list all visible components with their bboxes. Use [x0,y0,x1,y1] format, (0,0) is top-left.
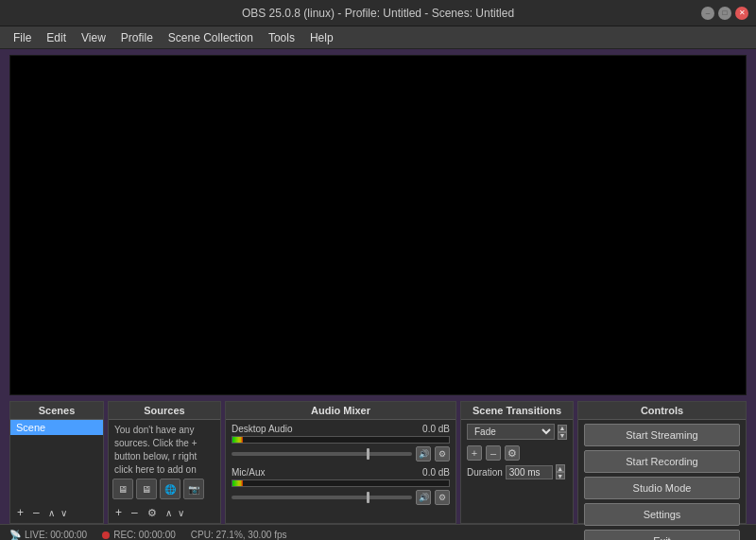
transition-down-arrow[interactable]: ▼ [558,432,567,440]
sources-header: Sources [109,402,220,420]
controls-panel: Controls Start Streaming Start Recording… [577,401,747,524]
scene-up-button[interactable]: ∧ [46,507,57,519]
audio-mixer-header: Audio Mixer [226,402,455,420]
transition-select-row: Fade Cut Swipe Slide ▲ ▼ [467,424,567,440]
source-reorder-buttons: ∧ ∨ [163,507,186,519]
transition-add-button[interactable]: + [467,445,482,461]
scenes-panel: Scenes Scene + – ∧ ∨ [9,401,104,524]
sources-footer: + – ⚙ ∧ ∨ [109,502,220,523]
audio-channel-desktop: Desktop Audio 0.0 dB 🔊 ⚙ [232,424,450,462]
menu-item-scene-collection[interactable]: Scene Collection [161,29,261,46]
rec-status: REC: 00:00:00 [102,530,176,540]
source-up-button[interactable]: ∧ [163,507,174,519]
menu-item-view[interactable]: View [74,29,113,46]
duration-label: Duration [467,467,503,478]
scene-transitions-panel: Scene Transitions Fade Cut Swipe Slide ▲… [460,401,574,524]
desktop-audio-db: 0.0 dB [422,424,450,434]
menu-item-profile[interactable]: Profile [113,29,161,46]
exit-button[interactable]: Exit [584,530,740,540]
desktop-audio-label: Desktop Audio [232,424,293,434]
duration-input[interactable] [506,465,553,479]
controls-buttons: Start Streaming Start Recording Studio M… [578,420,746,540]
titlebar-title: OBS 25.0.8 (linux) - Profile: Untitled -… [55,7,701,20]
duration-up-arrow[interactable]: ▲ [556,464,565,472]
sources-empty-text: You don't have any sources. Click the + … [109,420,220,476]
duration-row: Duration ▲ ▼ [467,464,567,479]
studio-mode-button[interactable]: Studio Mode [584,477,740,499]
transitions-content: Fade Cut Swipe Slide ▲ ▼ + – ⚙ Duration [461,420,573,523]
desktop-audio-fader-row: 🔊 ⚙ [232,446,450,462]
scene-transitions-header: Scene Transitions [461,402,573,420]
desktop-audio-meter-bar [232,437,243,443]
desktop-audio-fader[interactable] [232,452,412,456]
menu-item-help[interactable]: Help [302,29,341,46]
transition-add-row: + – ⚙ [467,445,567,461]
scene-reorder-buttons: ∧ ∨ [46,507,69,519]
settings-button[interactable]: Settings [584,503,740,526]
menu-item-tools[interactable]: Tools [261,29,302,46]
start-streaming-button[interactable]: Start Streaming [584,424,740,446]
controls-header: Controls [578,402,746,420]
sources-icons: 🖥 🖥 🌐 📷 [109,476,220,502]
scene-add-button[interactable]: + [14,505,26,520]
live-icon: 📡 [9,530,21,540]
menubar: FileEditViewProfileScene CollectionTools… [0,26,756,49]
menu-item-edit[interactable]: Edit [39,29,74,46]
rec-label: REC: 00:00:00 [113,530,176,540]
audio-channel-mic: Mic/Aux 0.0 dB 🔊 ⚙ [232,467,450,505]
rec-dot [102,531,110,539]
mic-audio-db: 0.0 dB [422,467,450,478]
mic-audio-mute-button[interactable]: 🔊 [416,490,431,505]
menu-item-file[interactable]: File [6,29,39,46]
desktop-audio-config-button[interactable]: ⚙ [435,446,450,462]
sources-panel: Sources You don't have any sources. Clic… [108,401,221,524]
mic-audio-fader-row: 🔊 ⚙ [232,490,450,505]
source-icon-window: 🖥 [136,479,157,499]
scenes-header: Scenes [10,402,103,420]
mic-audio-meter [232,479,450,487]
minimize-button[interactable]: – [701,7,714,20]
duration-arrows: ▲ ▼ [556,464,565,479]
scene-down-button[interactable]: ∨ [59,507,69,519]
bottom-panel: Scenes Scene + – ∧ ∨ Sources You don't h… [9,401,747,524]
desktop-audio-fader-thumb [367,448,369,460]
source-icon-camera: 📷 [183,479,204,499]
titlebar: OBS 25.0.8 (linux) - Profile: Untitled -… [0,0,756,26]
transition-select[interactable]: Fade Cut Swipe Slide [467,424,555,440]
transition-config-button[interactable]: ⚙ [505,445,520,461]
source-remove-button[interactable]: – [129,505,141,520]
source-icon-browser: 🌐 [160,479,180,499]
preview-canvas [9,55,747,395]
source-down-button[interactable]: ∨ [176,507,186,519]
source-icon-display: 🖥 [112,479,133,499]
transition-arrows: ▲ ▼ [558,425,567,440]
start-recording-button[interactable]: Start Recording [584,450,740,473]
live-label: LIVE: 00:00:00 [25,530,87,540]
close-button[interactable]: ✕ [735,7,748,20]
titlebar-controls: – □ ✕ [701,7,748,20]
audio-channels: Desktop Audio 0.0 dB 🔊 ⚙ Mic/Aux [226,420,455,523]
scenes-footer: + – ∧ ∨ [10,502,103,523]
mic-audio-label: Mic/Aux [232,467,266,478]
source-add-button[interactable]: + [112,505,125,520]
transition-remove-button[interactable]: – [486,445,501,461]
mic-audio-config-button[interactable]: ⚙ [435,490,450,505]
mic-audio-meter-bar [232,480,243,486]
transition-up-arrow[interactable]: ▲ [558,425,567,432]
desktop-audio-meter [232,436,450,444]
source-config-button[interactable]: ⚙ [145,506,160,520]
scene-remove-button[interactable]: – [30,505,43,520]
desktop-audio-mute-button[interactable]: 🔊 [416,446,431,462]
scene-item[interactable]: Scene [10,420,103,435]
maximize-button[interactable]: □ [718,7,731,20]
mic-audio-fader[interactable] [232,496,412,499]
cpu-label: CPU: 27.1%, 30.00 fps [191,530,287,540]
cpu-status: CPU: 27.1%, 30.00 fps [191,530,287,540]
mic-audio-fader-thumb [367,492,369,503]
live-status: 📡 LIVE: 00:00:00 [9,530,87,540]
duration-down-arrow[interactable]: ▼ [556,472,565,479]
audio-mixer-panel: Audio Mixer Desktop Audio 0.0 dB 🔊 ⚙ [225,401,456,524]
